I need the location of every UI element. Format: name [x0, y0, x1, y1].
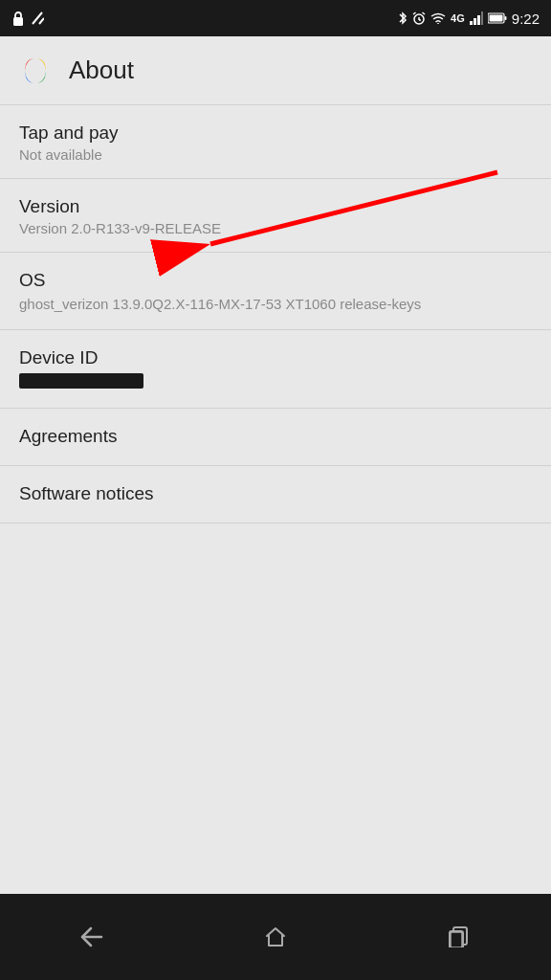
version-item: Version Version 2.0-R133-v9-RELEASE [0, 179, 551, 253]
svg-rect-14 [504, 16, 506, 20]
home-button[interactable] [247, 908, 304, 966]
version-subtitle: Version 2.0-R133-v9-RELEASE [19, 220, 532, 236]
status-bar: 4G 9:22 [0, 0, 551, 36]
os-subtitle: ghost_verizon 13.9.0Q2.X-116-MX-17-53 XT… [19, 294, 532, 314]
software-notices-title: Software notices [19, 483, 532, 504]
wifi-icon [430, 12, 446, 24]
status-right-icons: 4G 9:22 [398, 11, 540, 27]
back-button[interactable] [63, 908, 121, 966]
os-title: OS [19, 270, 532, 291]
recents-button[interactable] [430, 908, 488, 966]
back-icon [79, 926, 104, 947]
svg-line-6 [413, 12, 416, 14]
tap-and-pay-title: Tap and pay [19, 122, 532, 144]
signal-bars-icon [470, 11, 483, 25]
nav-bar [0, 894, 551, 980]
status-left-icons [11, 11, 44, 26]
content-area: Tap and pay Not available Version Versio… [0, 105, 551, 894]
status-time: 9:22 [512, 11, 540, 27]
svg-rect-15 [489, 15, 502, 22]
svg-line-7 [423, 12, 426, 14]
device-id-redacted [19, 373, 143, 389]
tap-and-pay-subtitle: Not available [19, 146, 532, 163]
recents-icon [449, 926, 470, 947]
svg-rect-9 [470, 21, 473, 25]
app-bar: About [0, 36, 551, 105]
agreements-title: Agreements [19, 426, 532, 447]
alarm-icon [412, 11, 426, 25]
tap-and-pay-item[interactable]: Tap and pay Not available [0, 105, 551, 179]
svg-rect-21 [450, 931, 463, 947]
home-icon [264, 925, 287, 948]
app-logo [15, 51, 55, 91]
svg-rect-12 [481, 11, 483, 25]
svg-point-8 [437, 23, 439, 24]
svg-rect-10 [474, 18, 476, 25]
battery-icon [488, 12, 507, 24]
device-id-title: Device ID [19, 347, 532, 368]
page-title: About [69, 56, 134, 85]
diagonal-signal-icon [31, 11, 44, 26]
svg-point-16 [31, 63, 40, 78]
device-id-item: Device ID [0, 330, 551, 409]
network-type-label: 4G [451, 12, 465, 24]
svg-rect-11 [477, 15, 480, 25]
software-notices-item[interactable]: Software notices [0, 466, 551, 523]
agreements-item[interactable]: Agreements [0, 409, 551, 466]
version-title: Version [19, 196, 532, 217]
lock-icon [11, 11, 25, 26]
svg-line-2 [39, 18, 44, 24]
bluetooth-icon [398, 11, 408, 26]
os-item: OS ghost_verizon 13.9.0Q2.X-116-MX-17-53… [0, 253, 551, 330]
svg-rect-0 [13, 17, 23, 26]
